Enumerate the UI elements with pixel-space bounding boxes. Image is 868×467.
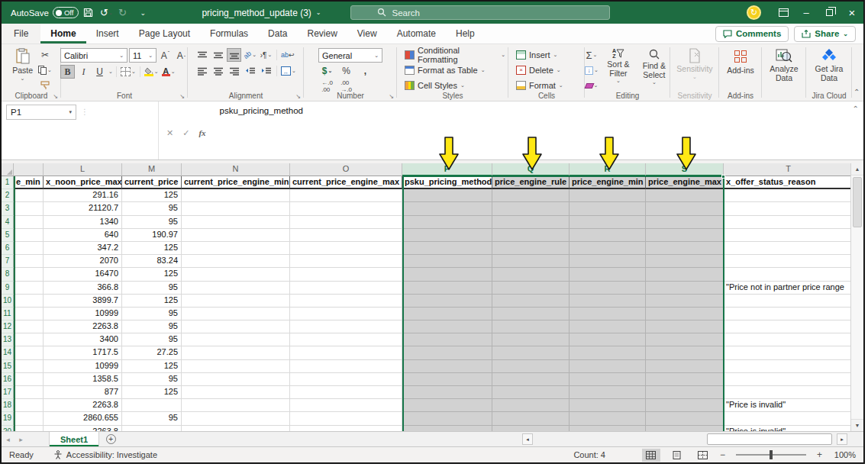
- column-header-L[interactable]: L: [44, 163, 122, 176]
- cell-S17[interactable]: [646, 386, 724, 399]
- cell-P18[interactable]: [402, 399, 492, 412]
- cell-O12[interactable]: [290, 320, 402, 333]
- cell-K4[interactable]: [14, 216, 44, 229]
- cell-K1[interactable]: e_min: [14, 176, 44, 189]
- cell-P2[interactable]: [402, 189, 492, 202]
- formula-input[interactable]: psku_pricing_method: [209, 101, 303, 159]
- column-header-R[interactable]: R: [570, 163, 646, 176]
- cell-Q11[interactable]: [492, 308, 570, 320]
- row-header-2[interactable]: 2: [2, 189, 14, 202]
- increase-font-icon[interactable]: Aˆ: [158, 49, 173, 63]
- insert-cells-button[interactable]: Insert⌄: [515, 48, 565, 62]
- cell-T14[interactable]: [724, 346, 853, 359]
- cell-T10[interactable]: [724, 295, 853, 308]
- undo-button[interactable]: ↺⌄: [97, 5, 115, 21]
- cell-Q4[interactable]: [492, 216, 570, 229]
- save-icon[interactable]: [79, 5, 97, 21]
- cell-L5[interactable]: 640: [44, 229, 122, 242]
- cell-S4[interactable]: [646, 216, 724, 229]
- cell-Q12[interactable]: [492, 320, 570, 333]
- cell-S2[interactable]: [646, 189, 724, 202]
- cell-L12[interactable]: 2263.8: [44, 320, 122, 333]
- tab-insert[interactable]: Insert: [86, 24, 129, 43]
- cell-N16[interactable]: [182, 373, 290, 386]
- cell-Q19[interactable]: [492, 412, 570, 425]
- cell-M11[interactable]: 95: [122, 308, 182, 320]
- cell-O11[interactable]: [290, 308, 402, 320]
- align-top-icon[interactable]: [195, 48, 209, 62]
- cell-M1[interactable]: current_price: [122, 176, 182, 189]
- zoom-slider-thumb[interactable]: [770, 450, 773, 459]
- cell-T9[interactable]: "Price not in partner price range: [724, 282, 853, 295]
- row-header-20[interactable]: 20: [2, 426, 14, 431]
- cell-N10[interactable]: [182, 295, 290, 308]
- cell-Q2[interactable]: [492, 189, 570, 202]
- font-size-select[interactable]: 11⌄: [129, 48, 156, 63]
- cell-K12[interactable]: [14, 320, 44, 333]
- cell-K14[interactable]: [14, 346, 44, 359]
- cell-P20[interactable]: [402, 426, 492, 431]
- cell-P13[interactable]: [402, 333, 492, 346]
- cell-S3[interactable]: [646, 202, 724, 215]
- tab-automate[interactable]: Automate: [387, 24, 446, 43]
- cell-N9[interactable]: [182, 282, 290, 295]
- cell-P3[interactable]: [402, 202, 492, 215]
- select-all-corner[interactable]: [2, 163, 14, 176]
- cell-Q16[interactable]: [492, 373, 570, 386]
- conditional-formatting-button[interactable]: Conditional Formatting⌄: [403, 48, 507, 62]
- align-bottom-icon[interactable]: [227, 48, 241, 62]
- cell-Q13[interactable]: [492, 333, 570, 346]
- restore-button[interactable]: [818, 2, 841, 24]
- tab-view[interactable]: View: [347, 24, 387, 43]
- prev-sheet-icon[interactable]: ◂: [2, 432, 15, 446]
- cell-K9[interactable]: [14, 282, 44, 295]
- minimize-button[interactable]: –: [795, 2, 818, 24]
- cell-P19[interactable]: [402, 412, 492, 425]
- alignment-dialog-launcher[interactable]: ↘: [295, 93, 301, 100]
- cell-N3[interactable]: [182, 202, 290, 215]
- paste-button[interactable]: Paste ⌄: [10, 47, 35, 89]
- row-header-16[interactable]: 16: [2, 373, 14, 386]
- cell-N14[interactable]: [182, 346, 290, 359]
- cell-O7[interactable]: [290, 255, 402, 268]
- merge-center-button[interactable]: ↔⌄: [280, 64, 297, 78]
- scroll-up-icon[interactable]: ▲: [851, 163, 863, 176]
- format-cells-button[interactable]: Format⌄: [515, 79, 565, 92]
- cell-Q1[interactable]: price_engine_rule: [492, 176, 570, 189]
- cell-O4[interactable]: [290, 216, 402, 229]
- cell-L9[interactable]: 366.8: [44, 282, 122, 295]
- cell-L17[interactable]: 877: [44, 386, 122, 399]
- cell-N5[interactable]: [182, 229, 290, 242]
- cell-M6[interactable]: 125: [122, 242, 182, 255]
- cell-R8[interactable]: [570, 268, 646, 281]
- cell-K11[interactable]: [14, 308, 44, 320]
- cell-N1[interactable]: current_price_engine_min: [182, 176, 290, 189]
- align-center-icon[interactable]: [211, 64, 225, 78]
- cell-S13[interactable]: [646, 333, 724, 346]
- cell-R20[interactable]: [570, 426, 646, 431]
- cell-P8[interactable]: [402, 268, 492, 281]
- active-cell-P1[interactable]: psku_pricing_method: [402, 176, 492, 189]
- row-header-17[interactable]: 17: [2, 386, 14, 399]
- cell-R18[interactable]: [570, 399, 646, 412]
- accessibility-status[interactable]: Accessibility: Investigate: [53, 450, 157, 459]
- cell-S6[interactable]: [646, 242, 724, 255]
- font-name-select[interactable]: Calibri⌄: [60, 48, 127, 63]
- cell-O18[interactable]: [290, 399, 402, 412]
- cell-S19[interactable]: [646, 412, 724, 425]
- cell-T7[interactable]: [724, 255, 853, 268]
- cell-L10[interactable]: 3899.7: [44, 295, 122, 308]
- align-middle-icon[interactable]: [211, 48, 225, 62]
- row-header-3[interactable]: 3: [2, 202, 14, 215]
- format-painter-button[interactable]: [37, 79, 53, 92]
- cell-O20[interactable]: [290, 426, 402, 431]
- normal-view-button[interactable]: [642, 449, 660, 462]
- row-header-15[interactable]: 15: [2, 360, 14, 373]
- cell-styles-button[interactable]: Cell Styles⌄: [403, 79, 507, 92]
- row-header-14[interactable]: 14: [2, 346, 14, 359]
- account-avatar[interactable]: ↻: [747, 5, 761, 20]
- vertical-scrollbar[interactable]: ▲ ▼: [850, 163, 863, 431]
- cell-O9[interactable]: [290, 282, 402, 295]
- cell-S9[interactable]: [646, 282, 724, 295]
- cell-P11[interactable]: [402, 308, 492, 320]
